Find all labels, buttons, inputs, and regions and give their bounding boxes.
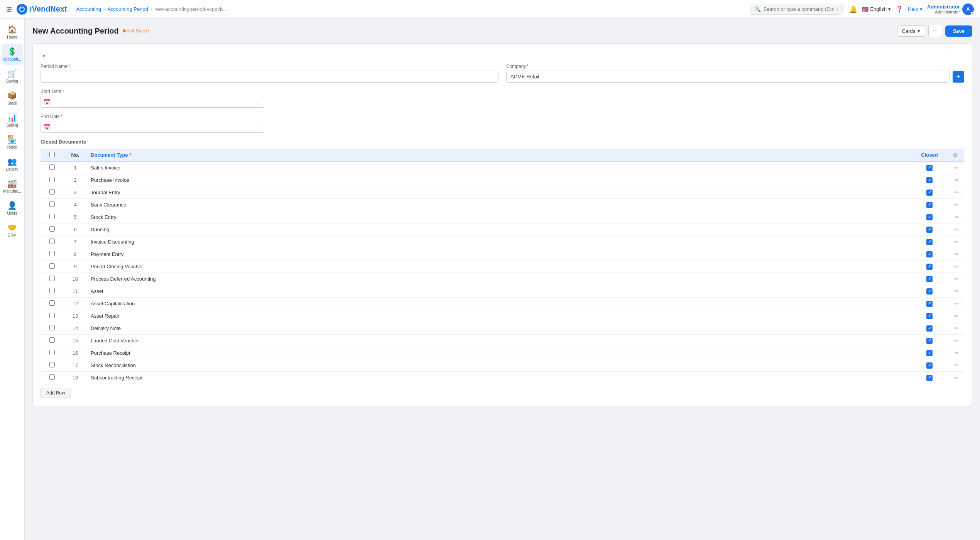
closed-checkbox[interactable] bbox=[926, 239, 933, 245]
more-options-button[interactable]: ··· bbox=[928, 25, 942, 37]
row-checkbox-cell bbox=[41, 335, 64, 347]
user-menu[interactable]: Administrator Administrator A bbox=[927, 3, 974, 15]
cards-button[interactable]: Cards bbox=[897, 25, 926, 37]
add-row-button[interactable]: Add Row bbox=[41, 388, 71, 398]
edit-row-icon[interactable]: ✏ bbox=[955, 313, 959, 319]
closed-checkbox[interactable] bbox=[926, 350, 933, 356]
closed-checkbox[interactable] bbox=[926, 177, 933, 183]
closed-checkbox[interactable] bbox=[926, 251, 933, 257]
sidebar-item-manufacturing[interactable]: 🏭 Manufac... bbox=[2, 176, 23, 197]
row-checkbox[interactable] bbox=[49, 276, 55, 281]
closed-checkbox[interactable] bbox=[926, 190, 933, 196]
row-checkbox[interactable] bbox=[49, 325, 55, 330]
row-doctype: Stock Entry bbox=[87, 211, 910, 223]
sidebar-item-buying[interactable]: 🛒 Buying bbox=[2, 66, 23, 87]
closed-checkbox[interactable] bbox=[926, 375, 933, 381]
sidebar-item-selling[interactable]: 📊 Selling bbox=[2, 110, 23, 131]
sidebar-item-loyalty[interactable]: 👥 Loyalty bbox=[2, 154, 23, 175]
edit-row-icon[interactable]: ✏ bbox=[955, 338, 959, 344]
row-checkbox[interactable] bbox=[49, 164, 55, 170]
company-input[interactable] bbox=[506, 71, 950, 83]
search-input[interactable] bbox=[763, 6, 838, 12]
breadcrumb-accounting[interactable]: Accounting bbox=[76, 6, 101, 12]
sidebar-item-retail[interactable]: 🏪 Retail bbox=[2, 132, 23, 153]
row-checkbox[interactable] bbox=[49, 226, 55, 232]
language-selector[interactable]: 🇺🇸 English bbox=[862, 6, 891, 12]
row-closed-cell bbox=[910, 236, 949, 248]
sidebar-item-stock[interactable]: 📦 Stock bbox=[2, 88, 23, 109]
row-checkbox[interactable] bbox=[49, 288, 55, 293]
edit-row-icon[interactable]: ✏ bbox=[955, 375, 959, 381]
edit-row-icon[interactable]: ✏ bbox=[955, 325, 959, 331]
expand-arrow-icon[interactable] bbox=[41, 51, 48, 59]
edit-row-icon[interactable]: ✏ bbox=[955, 288, 959, 294]
closed-checkbox[interactable] bbox=[926, 276, 933, 282]
closed-checkbox[interactable] bbox=[926, 313, 933, 319]
edit-row-icon[interactable]: ✏ bbox=[955, 264, 959, 269]
closed-checkbox[interactable] bbox=[926, 301, 933, 307]
app-logo[interactable]: iVendNext bbox=[17, 4, 67, 15]
row-checkbox[interactable] bbox=[49, 362, 55, 367]
sidebar-item-users[interactable]: 👤 Users bbox=[2, 198, 23, 219]
start-date-input[interactable] bbox=[41, 96, 264, 108]
edit-row-icon[interactable]: ✏ bbox=[955, 276, 959, 282]
row-checkbox[interactable] bbox=[49, 337, 55, 343]
edit-row-icon[interactable]: ✏ bbox=[955, 251, 959, 257]
closed-checkbox[interactable] bbox=[926, 165, 933, 171]
edit-row-icon[interactable]: ✏ bbox=[955, 214, 959, 220]
row-closed-cell bbox=[910, 273, 949, 285]
sidebar-item-accounting[interactable]: 💲 Accounti... bbox=[2, 44, 23, 65]
edit-row-icon[interactable]: ✏ bbox=[955, 177, 959, 183]
start-date-label: Start Date* bbox=[41, 89, 264, 94]
closed-documents-table: No. Document Type * Closed ⚙ 1 Sales Inv… bbox=[41, 149, 964, 384]
end-date-input[interactable] bbox=[41, 121, 264, 133]
edit-row-icon[interactable]: ✏ bbox=[955, 350, 959, 356]
row-checkbox[interactable] bbox=[49, 177, 55, 182]
closed-checkbox[interactable] bbox=[926, 325, 933, 332]
settings-icon[interactable]: ⚙ bbox=[953, 152, 958, 158]
closed-checkbox[interactable] bbox=[926, 202, 933, 208]
edit-row-icon[interactable]: ✏ bbox=[955, 362, 959, 368]
edit-row-icon[interactable]: ✏ bbox=[955, 301, 959, 306]
closed-checkbox[interactable] bbox=[926, 338, 933, 344]
add-company-button[interactable]: + bbox=[953, 71, 964, 83]
help-button[interactable]: Help bbox=[908, 6, 923, 12]
period-name-input[interactable] bbox=[41, 71, 498, 83]
row-checkbox[interactable] bbox=[49, 263, 55, 269]
sidebar-item-home[interactable]: 🏠 Home bbox=[2, 22, 23, 43]
notification-bell-icon[interactable]: 🔔 bbox=[849, 5, 857, 14]
row-checkbox[interactable] bbox=[49, 201, 55, 207]
edit-row-icon[interactable]: ✏ bbox=[955, 202, 959, 208]
row-number: 14 bbox=[64, 322, 87, 335]
row-checkbox[interactable] bbox=[49, 313, 55, 318]
edit-row-icon[interactable]: ✏ bbox=[955, 165, 959, 171]
breadcrumb-accounting-period[interactable]: Accounting Period bbox=[107, 6, 148, 12]
row-closed-cell bbox=[910, 211, 949, 223]
grid-menu-icon[interactable]: ⊞ bbox=[6, 5, 12, 14]
row-edit-cell: ✏ bbox=[949, 347, 964, 359]
row-checkbox[interactable] bbox=[49, 189, 55, 195]
select-all-checkbox[interactable] bbox=[49, 152, 55, 157]
edit-row-icon[interactable]: ✏ bbox=[955, 227, 959, 232]
sidebar-item-crm[interactable]: 🤝 CRM bbox=[2, 220, 23, 241]
row-checkbox[interactable] bbox=[49, 350, 55, 355]
row-checkbox[interactable] bbox=[49, 300, 55, 306]
row-checkbox[interactable] bbox=[49, 214, 55, 219]
avatar[interactable]: A bbox=[962, 3, 974, 15]
closed-checkbox[interactable] bbox=[926, 264, 933, 270]
edit-row-icon[interactable]: ✏ bbox=[955, 190, 959, 195]
search-box[interactable]: 🔍 bbox=[750, 4, 843, 15]
closed-checkbox[interactable] bbox=[926, 288, 933, 295]
row-checkbox-cell bbox=[41, 273, 64, 285]
edit-row-icon[interactable]: ✏ bbox=[955, 239, 959, 245]
closed-checkbox[interactable] bbox=[926, 214, 933, 220]
row-checkbox[interactable] bbox=[49, 374, 55, 380]
save-button[interactable]: Save bbox=[945, 25, 972, 37]
closed-checkbox[interactable] bbox=[926, 362, 933, 369]
start-date-group: Start Date* 📅 bbox=[41, 89, 264, 108]
row-checkbox[interactable] bbox=[49, 251, 55, 256]
row-checkbox[interactable] bbox=[49, 239, 55, 244]
row-edit-cell: ✏ bbox=[949, 285, 964, 298]
closed-checkbox[interactable] bbox=[926, 227, 933, 233]
page-actions: Cards ··· Save bbox=[897, 25, 972, 37]
